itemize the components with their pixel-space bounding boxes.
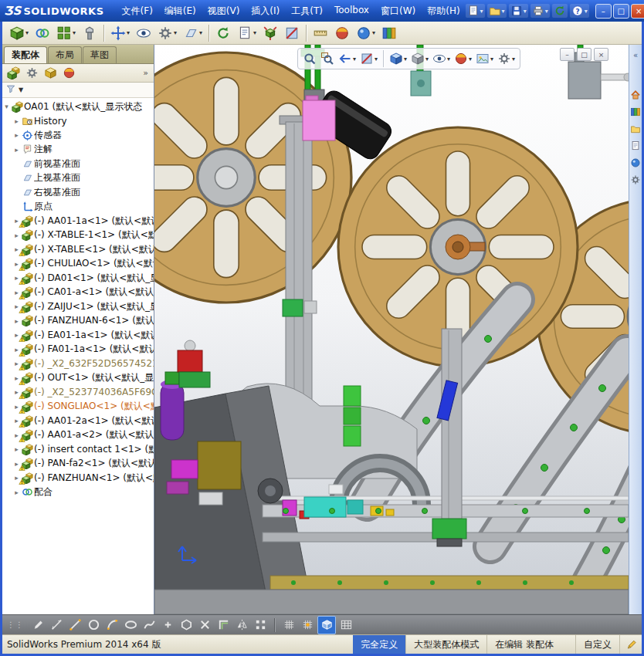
configurationmanager-tab[interactable] [42, 66, 59, 81]
expand-arrow-icon[interactable]: ▸ [12, 117, 21, 125]
menu-item[interactable]: 窗口(W) [375, 2, 421, 20]
menu-item[interactable]: 编辑(E) [159, 2, 202, 20]
assembly-features-button[interactable]: ▾ [154, 22, 180, 44]
expand-arrow-icon[interactable]: ▸ [12, 232, 21, 239]
snap-options-button[interactable] [299, 617, 316, 634]
view-palette-tab[interactable] [630, 140, 642, 151]
trim-entities-button[interactable] [196, 617, 213, 634]
move-component-button[interactable]: ▾ [107, 22, 133, 44]
rebuild-button[interactable] [552, 4, 568, 18]
design-library-tab[interactable] [630, 106, 642, 117]
displaymanager-tab[interactable] [60, 66, 77, 81]
propertymanager-tab[interactable] [23, 66, 40, 81]
show-hidden-components-button[interactable] [133, 22, 154, 44]
tree-item[interactable]: 原点 [2, 200, 154, 215]
section-view-button[interactable]: ▾ [358, 51, 379, 66]
line-tool-button[interactable] [66, 617, 83, 634]
sketch-button[interactable] [29, 617, 46, 634]
convert-entities-button[interactable] [215, 617, 232, 634]
minimize-button[interactable]: – [595, 4, 612, 19]
tree-item[interactable]: ▸(-) CHULIAO<1> (默认<默认_ [2, 257, 154, 272]
save-button[interactable]: ▾ [509, 4, 528, 18]
table-tool-button[interactable] [337, 617, 354, 634]
status-cell-custom[interactable]: 自定义 [575, 635, 620, 654]
tree-item[interactable]: ▸传感器 [2, 128, 154, 143]
polygon-tool-button[interactable] [178, 617, 195, 634]
arc-tool-button[interactable] [103, 617, 120, 634]
tree-item[interactable]: ▸注解 [2, 143, 154, 157]
tab-assembly[interactable]: 装配体 [4, 46, 47, 63]
zoom-to-area-button[interactable] [319, 51, 336, 66]
smart-dimension-button[interactable] [48, 617, 65, 634]
menu-item[interactable]: 视图(V) [202, 2, 246, 20]
appearances-scenes-tab[interactable] [630, 157, 642, 168]
display-grid-button[interactable] [280, 617, 297, 634]
close-document-button[interactable]: × [594, 48, 608, 61]
gearbox-pink[interactable] [303, 96, 335, 140]
ellipse-tool-button[interactable] [122, 617, 139, 634]
close-button[interactable]: × [631, 4, 644, 19]
interference-detection-button[interactable] [281, 22, 303, 44]
circle-tool-button[interactable] [85, 617, 102, 634]
tree-item[interactable]: ▸History [2, 114, 154, 129]
shaded-sketch-contours-button[interactable] [317, 616, 336, 634]
expand-arrow-icon[interactable]: ▸ [12, 489, 21, 496]
zoom-to-fit-button[interactable] [301, 51, 318, 66]
filter-caret-icon[interactable]: ▼ [19, 86, 23, 93]
print-button[interactable]: ▾ [530, 4, 550, 18]
insert-components-button[interactable]: ▾ [6, 22, 32, 44]
linear-sketch-pattern-button[interactable] [252, 617, 269, 634]
assembly-3d-model[interactable] [154, 45, 629, 614]
maximize-button[interactable]: □ [613, 4, 629, 19]
expand-arrow-icon[interactable]: ▾ [2, 103, 11, 110]
new-document-button[interactable]: ▾ [466, 4, 485, 18]
previous-view-button[interactable]: ▾ [337, 51, 358, 66]
graphics-area[interactable]: ▾▾▾▾▾▾▾▾ –□× [154, 45, 629, 614]
expand-arrow-icon[interactable]: ▸ [12, 445, 21, 453]
tree-item[interactable]: ▸(-) SONGLIAO<1> (默认<默 [2, 400, 154, 414]
tree-item[interactable]: ▸(-) PAN-fa2<1> (默认<默认 [2, 457, 154, 472]
menu-item[interactable]: 工具(T) [286, 2, 328, 20]
menu-item[interactable]: Toolbox [329, 2, 375, 20]
hide-show-items-button[interactable]: ▾ [431, 51, 452, 66]
reference-geometry-button[interactable]: ▾ [180, 22, 205, 44]
tree-item[interactable]: ▸(-) FA01-1a<1> (默认<默认 [2, 343, 154, 357]
expand-arrow-icon[interactable]: ▸ [12, 131, 21, 139]
exploded-view-button[interactable] [259, 22, 281, 44]
tree-item[interactable]: ▸(-) DA01<1> (默认<默认_显 [2, 271, 154, 286]
solidworks-resources-tab[interactable] [630, 89, 642, 100]
expand-arrow-icon[interactable]: ▸ [12, 146, 21, 154]
tree-item[interactable]: ▸(-) AA01-2a<1> (默认<默认 [2, 414, 154, 428]
tree-item[interactable]: 前视基准面 [2, 157, 154, 171]
tree-item[interactable]: ▸(-) insert contact 1<1> (默 [2, 442, 154, 457]
assembly-visualization-button[interactable] [378, 22, 400, 44]
tree-item[interactable]: ▸(-) _X2_523774036A5F69CB [2, 385, 154, 400]
featuremanager-design-tree-tab[interactable] [5, 66, 22, 81]
menu-item[interactable]: 文件(F) [117, 2, 158, 20]
bill-of-materials-button[interactable]: ▾ [234, 22, 259, 44]
minimize-document-button[interactable]: – [560, 48, 575, 61]
tree-item[interactable]: ▸(-) ZAIJU<1> (默认<默认_显 [2, 299, 154, 314]
tree-item[interactable]: ▾OA01 (默认<默认_显示状态 [2, 100, 154, 114]
mirror-entities-button[interactable] [233, 617, 250, 634]
edit-appearance-button[interactable]: ▾ [452, 51, 473, 66]
view-orientation-button[interactable]: ▾ [388, 51, 408, 66]
open-button[interactable]: ▾ [487, 4, 507, 18]
tab-sketch[interactable]: 草图 [83, 46, 117, 63]
new-motion-study-button[interactable] [212, 22, 234, 44]
toolbar-drag-handle[interactable]: ⋮⋮ [7, 620, 24, 629]
tree-item[interactable]: ▸(-) _X2_632F52D56574521 [2, 357, 154, 371]
panel-overflow-button[interactable]: » [140, 68, 151, 78]
measure-button[interactable] [310, 22, 331, 44]
mass-properties-button[interactable] [331, 22, 353, 44]
file-explorer-tab[interactable] [630, 123, 642, 134]
display-style-button[interactable]: ▾ [409, 51, 430, 66]
tree-item[interactable]: ▸(-) EA01-1a<1> (默认<默认 [2, 328, 154, 343]
mate-button[interactable] [32, 22, 53, 44]
tree-item[interactable]: ▸(-) X-TABLE-1<1> (默认<默认 [2, 228, 154, 243]
menu-item[interactable]: 帮助(H) [422, 2, 465, 20]
tree-item[interactable]: ▸(-) FANZHUAN<1> (默认<默认 [2, 471, 154, 485]
filter-funnel-icon[interactable] [5, 83, 16, 96]
tree-item[interactable]: ▸(-) AA01-a<2> (默认<默认 [2, 428, 154, 443]
custom-properties-tab[interactable] [630, 174, 642, 185]
